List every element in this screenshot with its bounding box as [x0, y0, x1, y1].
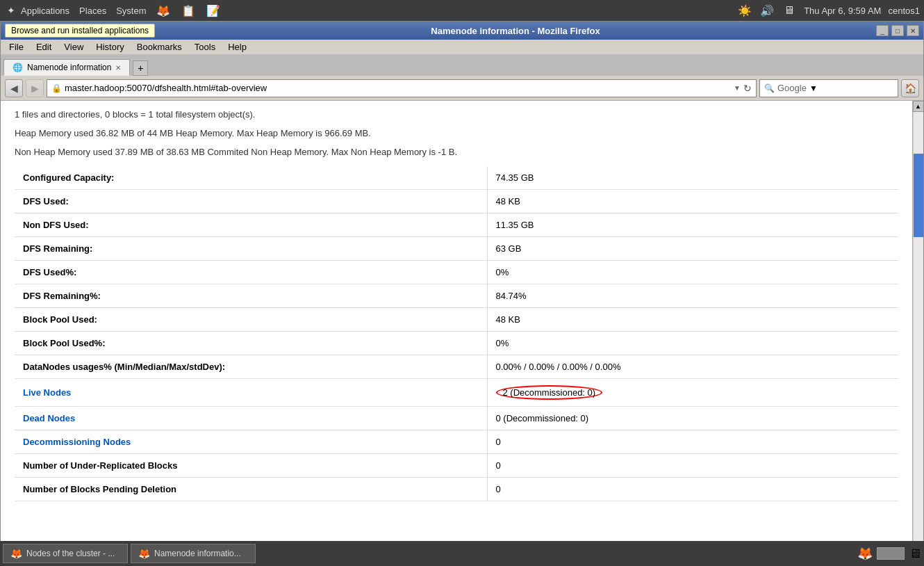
- title-bar-left: Browse and run installed applications: [5, 24, 155, 38]
- row-value-dfs-remaining: 63 GB: [487, 237, 898, 261]
- row-value-dfs-used: 48 KB: [487, 190, 898, 213]
- scroll-track[interactable]: [914, 112, 923, 554]
- table-row: Non DFS Used: 11.35 GB: [15, 213, 898, 237]
- row-label-decommissioning: Decommissioning Nodes: [15, 430, 487, 454]
- url-bar[interactable]: 🔒 master.hadoop:50070/dfshealth.html#tab…: [47, 79, 757, 97]
- row-value-dead-nodes: 0 (Decommissioned: 0): [487, 407, 898, 430]
- datetime: Thu Apr 6, 9:59 AM: [804, 6, 881, 16]
- row-value-under-replicated: 0: [487, 454, 898, 478]
- applications-menu[interactable]: ✦ Applications: [4, 3, 69, 17]
- taskbar-item-namenode-label: Namenode informatio...: [154, 549, 241, 558]
- filesystem-info: 1 files and directories, 0 blocks = 1 to…: [15, 108, 898, 122]
- row-label-configured-capacity: Configured Capacity:: [15, 166, 487, 190]
- tab-icon: 🌐: [13, 63, 23, 72]
- security-icon: 🔒: [51, 83, 62, 93]
- forward-button[interactable]: ▶: [26, 79, 44, 97]
- scroll-thumb[interactable]: [914, 154, 923, 237]
- table-row: DataNodes usages% (Min/Median/Max/stdDev…: [15, 355, 898, 379]
- search-bar[interactable]: 🔍 Google ▼: [759, 79, 898, 97]
- row-label-dfs-used: DFS Used:: [15, 190, 487, 213]
- maximize-button[interactable]: □: [891, 25, 904, 36]
- menu-bar: File Edit View History Bookmarks Tools H…: [1, 40, 923, 55]
- table-row-live-nodes: Live Nodes 2 (Decommissioned: 0): [15, 379, 898, 407]
- menu-history[interactable]: History: [90, 40, 129, 54]
- table-row-dead-nodes: Dead Nodes 0 (Decommissioned: 0): [15, 407, 898, 430]
- minimize-button[interactable]: _: [876, 25, 889, 36]
- taskbar-right: ☀️ 🔊 🖥 Thu Apr 6, 9:59 AM centos1: [737, 3, 920, 18]
- row-value-live-nodes: 2 (Decommissioned: 0): [487, 379, 898, 407]
- non-heap-memory-info: Non Heap Memory used 37.89 MB of 38.63 M…: [15, 145, 898, 160]
- menu-view[interactable]: View: [58, 40, 89, 54]
- row-label-block-pool-used-pct: Block Pool Used%:: [15, 332, 487, 355]
- scroll-up-button[interactable]: ▲: [913, 101, 924, 112]
- search-dropdown-arrow[interactable]: ▼: [809, 83, 818, 93]
- network-icon: 🖥: [782, 3, 797, 18]
- tab-bar: 🌐 Namenode information ✕ +: [1, 55, 923, 76]
- dead-nodes-link[interactable]: Dead Nodes: [23, 413, 75, 423]
- menu-help[interactable]: Help: [222, 40, 252, 54]
- table-row-under-replicated: Number of Under-Replicated Blocks 0: [15, 454, 898, 478]
- table-row: DFS Used%: 0%: [15, 261, 898, 284]
- taskbar-scroll-indicator: [877, 547, 905, 560]
- table-row: DFS Remaining: 63 GB: [15, 237, 898, 261]
- search-engine-icon: 🔍: [764, 83, 775, 93]
- row-label-pending-deletion: Number of Blocks Pending Deletion: [15, 478, 487, 501]
- sun-icon: ☀️: [737, 3, 752, 18]
- row-value-block-pool-used-pct: 0%: [487, 332, 898, 355]
- taskbar-bottom: 🦊 Nodes of the cluster - ... 🦊 Namenode …: [0, 541, 924, 566]
- title-bar: Browse and run installed applications Na…: [1, 22, 923, 40]
- page-content: 1 files and directories, 0 blocks = 1 to…: [1, 101, 912, 565]
- scrollbar[interactable]: ▲ ▼: [912, 101, 923, 565]
- volume-icon: 🔊: [759, 3, 775, 18]
- system-menu[interactable]: System: [116, 6, 146, 16]
- back-button[interactable]: ◀: [5, 79, 23, 97]
- taskbar-firefox-icon-1: 🦊: [10, 548, 22, 559]
- places-menu[interactable]: Places: [79, 6, 106, 16]
- menu-edit[interactable]: Edit: [31, 40, 57, 54]
- applications-label: Applications: [21, 6, 69, 16]
- applications-icon: ✦: [4, 3, 18, 17]
- row-value-pending-deletion: 0: [487, 478, 898, 501]
- heap-memory-info: Heap Memory used 36.82 MB of 44 MB Heap …: [15, 127, 898, 141]
- tab-namenode[interactable]: 🌐 Namenode information ✕: [3, 59, 130, 76]
- refresh-button[interactable]: ↻: [743, 83, 752, 94]
- row-value-dfs-remaining-pct: 84.74%: [487, 284, 898, 308]
- window-controls: _ □ ✕: [876, 25, 919, 36]
- tab-close-button[interactable]: ✕: [115, 64, 121, 72]
- url-dropdown-arrow[interactable]: ▼: [734, 84, 741, 92]
- firefox-icon: 🦊: [156, 3, 171, 18]
- menu-tools[interactable]: Tools: [189, 40, 221, 54]
- taskbar-item-nodes[interactable]: 🦊 Nodes of the cluster - ...: [3, 544, 128, 563]
- url-text: master.hadoop:50070/dfshealth.html#tab-o…: [65, 83, 731, 93]
- menu-bookmarks[interactable]: Bookmarks: [131, 40, 188, 54]
- table-row-decommissioning: Decommissioning Nodes 0: [15, 430, 898, 454]
- row-label-dfs-remaining: DFS Remaining:: [15, 237, 487, 261]
- live-nodes-annotation: 2 (Decommissioned: 0): [496, 385, 603, 400]
- content-area: 1 files and directories, 0 blocks = 1 to…: [1, 101, 923, 565]
- taskbar-left: ✦ Applications Places System 🦊 📋 📝: [4, 3, 221, 18]
- table-row: Configured Capacity: 74.35 GB: [15, 166, 898, 190]
- firefox-window: Browse and run installed applications Na…: [0, 21, 924, 566]
- row-value-datanodes-usages: 0.00% / 0.00% / 0.00% / 0.00%: [487, 355, 898, 379]
- decommissioning-nodes-link[interactable]: Decommissioning Nodes: [23, 437, 131, 447]
- taskbar-desktop-icon: 🖥: [909, 547, 921, 561]
- new-tab-button[interactable]: +: [133, 60, 148, 76]
- bookmark-icon: 📋: [181, 3, 196, 18]
- home-button[interactable]: 🏠: [901, 79, 919, 97]
- close-button[interactable]: ✕: [907, 25, 919, 36]
- menu-file[interactable]: File: [3, 40, 29, 54]
- row-value-block-pool-used: 48 KB: [487, 308, 898, 332]
- row-label-dfs-remaining-pct: DFS Remaining%:: [15, 284, 487, 308]
- row-value-decommissioning: 0: [487, 430, 898, 454]
- taskbar-item-namenode[interactable]: 🦊 Namenode informatio...: [131, 544, 256, 563]
- tab-label: Namenode information: [27, 63, 111, 72]
- info-table: Configured Capacity: 74.35 GB DFS Used: …: [15, 166, 898, 501]
- table-row: DFS Used: 48 KB: [15, 190, 898, 213]
- notepad-icon: 📝: [206, 3, 221, 18]
- live-nodes-link[interactable]: Live Nodes: [23, 387, 71, 398]
- row-label-block-pool-used: Block Pool Used:: [15, 308, 487, 332]
- row-label-under-replicated: Number of Under-Replicated Blocks: [15, 454, 487, 478]
- search-input[interactable]: Google: [777, 83, 807, 93]
- username: centos1: [888, 6, 920, 16]
- table-row-pending-deletion: Number of Blocks Pending Deletion 0: [15, 478, 898, 501]
